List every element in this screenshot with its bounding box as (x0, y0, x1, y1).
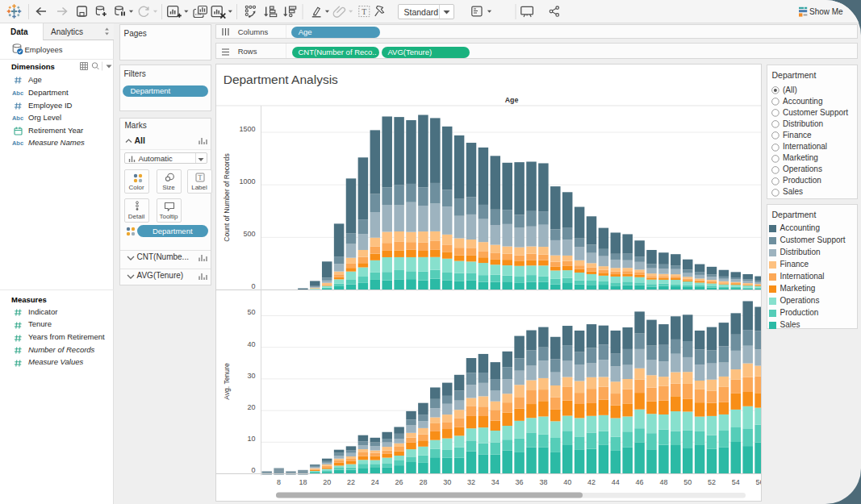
svg-text:42: 42 (587, 478, 596, 486)
svg-text:40: 40 (247, 340, 255, 348)
svg-text:26: 26 (395, 478, 403, 486)
svg-text:Avg. Tenure: Avg. Tenure (223, 363, 231, 400)
svg-text:1000: 1000 (239, 177, 255, 185)
svg-text:0: 0 (251, 466, 255, 474)
svg-text:52: 52 (708, 478, 716, 486)
svg-text:10: 10 (247, 435, 255, 443)
svg-text:38: 38 (539, 478, 547, 486)
svg-text:50: 50 (683, 478, 692, 486)
svg-text:34: 34 (491, 478, 499, 486)
svg-text:40: 40 (563, 478, 571, 486)
svg-text:500: 500 (243, 230, 255, 238)
svg-text:Age: Age (504, 96, 518, 104)
svg-text:1500: 1500 (239, 125, 255, 133)
svg-text:22: 22 (347, 478, 355, 486)
svg-text:54: 54 (731, 478, 739, 486)
svg-text:44: 44 (611, 478, 619, 486)
svg-text:T: T (198, 174, 202, 181)
svg-text:20: 20 (323, 478, 331, 486)
svg-text:T: T (362, 7, 366, 16)
svg-text:30: 30 (443, 478, 451, 486)
svg-text:32: 32 (467, 478, 475, 486)
svg-text:48: 48 (659, 478, 667, 486)
svg-text:24: 24 (370, 478, 378, 486)
svg-text:50: 50 (247, 308, 255, 316)
svg-text:Count of Number of Records: Count of Number of Records (223, 153, 231, 241)
svg-text:36: 36 (515, 478, 523, 486)
svg-text:8: 8 (277, 478, 281, 486)
svg-text:28: 28 (419, 478, 427, 486)
svg-text:56: 56 (755, 478, 762, 486)
svg-text:20: 20 (247, 403, 255, 411)
svg-text:0: 0 (251, 282, 255, 290)
svg-text:30: 30 (247, 372, 255, 380)
svg-text:18: 18 (299, 478, 307, 486)
svg-text:46: 46 (635, 478, 643, 486)
